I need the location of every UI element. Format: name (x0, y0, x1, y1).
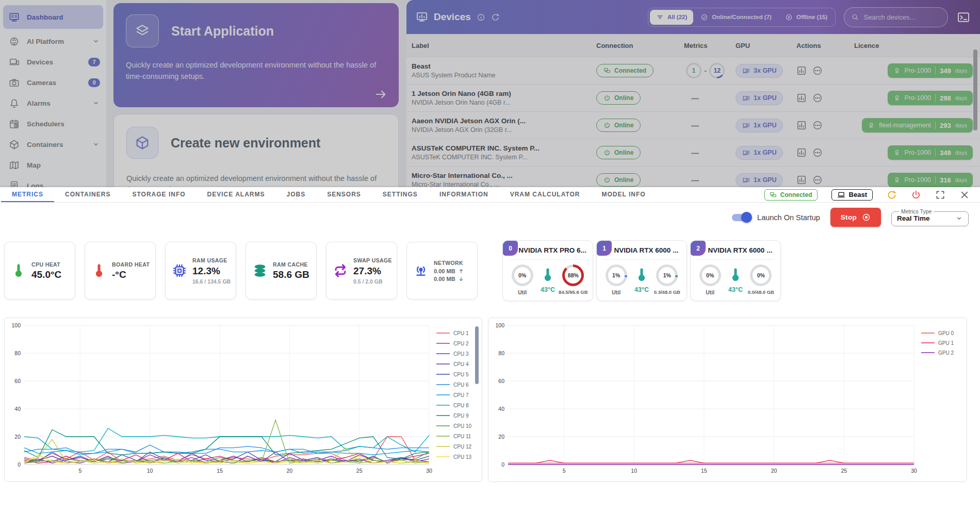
fullscreen-button[interactable] (935, 190, 945, 200)
tab-settings[interactable]: SETTINGS (372, 187, 429, 202)
gpu-index-badge: 0 (503, 241, 518, 256)
device-row[interactable]: BeastASUS System Product NameConnected1-… (406, 57, 980, 85)
sidebar-item-map[interactable]: Map (0, 155, 106, 175)
connection-cell: Online (596, 173, 684, 187)
device-metrics-button[interactable] (796, 147, 807, 158)
device-more-button[interactable] (812, 120, 823, 130)
device-filters: All (22)Online/Connected (7)Offline (15) (648, 8, 836, 27)
device-row[interactable]: ASUSTeK COMPUTER INC. System P...ASUSTeK… (406, 139, 980, 167)
svg-text:15: 15 (701, 468, 707, 474)
sidebar-item-schedulers[interactable]: Schedulers (0, 113, 106, 134)
sidebar-item-dashboard[interactable]: Dashboard (3, 5, 103, 29)
tab-information[interactable]: INFORMATION (429, 187, 499, 202)
arrowdown-icon (458, 276, 464, 282)
device-more-button[interactable] (812, 147, 823, 158)
refresh-icon[interactable] (491, 13, 500, 22)
network-upload: 0.00 MB (434, 268, 464, 274)
device-name-button[interactable]: Beast (831, 189, 873, 201)
gpu-gauge: 88% (562, 264, 584, 286)
gpu-icon (742, 94, 750, 102)
tab-model-info[interactable]: MODEL INFO (591, 187, 657, 202)
power-device-button[interactable] (911, 190, 921, 200)
device-more-button[interactable] (812, 65, 823, 76)
gpu-count-pill: 1x GPU (736, 119, 783, 132)
connection-status-text: Online (614, 149, 633, 156)
stop-button[interactable]: Stop (830, 208, 881, 227)
chevron-icon (92, 37, 100, 45)
tab-containers[interactable]: CONTAINERS (54, 187, 121, 202)
gpu-util: 0%Util (697, 264, 723, 295)
device-row[interactable]: 1 Jetson Orin Nano (4GB ram)NVIDIA Jetso… (406, 85, 980, 112)
sidebar-item-ai-platform[interactable]: AI Platform (0, 31, 106, 52)
device-table-header: LabelConnectionMetricsGPUActionsLicence (406, 34, 980, 57)
tab-metrics[interactable]: METRICS (1, 187, 54, 202)
search-input[interactable] (863, 13, 940, 22)
sidebar-item-alarms[interactable]: Alarms (0, 93, 106, 113)
licence-divider (935, 148, 936, 157)
filter-online-connected-7[interactable]: Online/Connected (7) (694, 10, 778, 25)
licence-days-suffix: days (955, 95, 967, 101)
launch-on-startup-toggle[interactable] (732, 214, 750, 221)
device-metrics-button[interactable] (796, 175, 807, 185)
device-metrics-button[interactable] (796, 120, 807, 130)
tab-sensors[interactable]: SENSORS (316, 187, 372, 202)
device-more-button[interactable] (812, 93, 823, 103)
svg-text:GPU 1: GPU 1 (938, 340, 954, 346)
power-icon (603, 122, 611, 129)
info-icon[interactable] (477, 13, 485, 22)
no-metrics-dash: — (686, 148, 699, 157)
no-metrics-dash: — (686, 121, 699, 130)
device-row[interactable]: Aaeon NVIDIA Jetson AGX Orin (...NVIDIA … (406, 112, 980, 139)
legend-scrollbar[interactable] (475, 326, 479, 384)
calendar-icon (9, 119, 20, 129)
xcircle-icon (785, 13, 793, 21)
tab-device-alarms[interactable]: DEVICE ALARMS (197, 187, 276, 202)
connection-status-pill: Online (596, 146, 641, 159)
connection-status-pill: Online (596, 119, 641, 132)
filter-all-22[interactable]: All (22) (650, 10, 693, 25)
sidebar-item-label: Alarms (27, 99, 51, 107)
power-icon (603, 94, 611, 102)
svg-text:5: 5 (563, 468, 566, 474)
device-label-cell: Aaeon NVIDIA Jetson AGX Orin (...NVIDIA … (412, 117, 596, 134)
metrics-cell: — (684, 176, 736, 185)
metrics-type-label: Metrics Type (899, 208, 934, 214)
device-subtitle: NVIDIA Jetson Orin Nano (4GB r... (412, 99, 596, 106)
svg-text:5: 5 (78, 468, 81, 474)
power-icon (603, 149, 611, 156)
tab-jobs[interactable]: JOBS (275, 187, 316, 202)
device-metrics-button[interactable] (796, 93, 807, 103)
sidebar-item-devices[interactable]: Devices7 (0, 52, 106, 72)
connected-screens-icon (770, 191, 777, 198)
actions-cell (796, 120, 854, 130)
device-more-button[interactable] (812, 175, 823, 185)
tab-vram-calculator[interactable]: VRAM CALCULATOR (499, 187, 591, 202)
gpu-usage-chart-panel: 02040608010051015202530GPU 0GPU 1GPU 2 (488, 318, 967, 482)
svg-text:25: 25 (356, 468, 363, 474)
filter-offline-15[interactable]: Offline (15) (779, 10, 834, 25)
start-application-card[interactable]: Start Application Quickly create an opti… (113, 3, 399, 107)
network-upload-value: 0.00 MB (434, 268, 455, 274)
tab-storage-info[interactable]: STORAGE INFO (121, 187, 196, 202)
gpu-cell: 1x GPU (736, 91, 796, 105)
licence-days-suffix: days (955, 150, 967, 156)
stat-card-title: NETWORK (434, 259, 464, 267)
metrics-cell: — (684, 148, 736, 157)
device-metrics-button[interactable] (796, 65, 807, 76)
terminal-button[interactable] (956, 11, 971, 24)
close-panel-button[interactable] (959, 190, 970, 200)
arrowup-icon (458, 268, 464, 274)
sidebar-item-label: Devices (27, 58, 53, 66)
metrics-type-select[interactable]: Metrics Type Real Time (891, 208, 969, 226)
stat-card-body: BOARD HEAT-°C (112, 261, 150, 280)
device-row[interactable]: Micro-Star International Co., ...Micro-S… (406, 167, 980, 187)
sidebar-item-containers[interactable]: Containers (0, 134, 106, 155)
gpu-gauge: 1% (606, 264, 627, 286)
devices-scrollbar[interactable] (973, 49, 977, 130)
restart-device-button[interactable] (887, 190, 897, 200)
gpu-memory: 88%84.5/95.6 GB (561, 264, 586, 295)
gpu-gauge: 0% (750, 264, 772, 286)
sidebar-item-cameras[interactable]: Cameras0 (0, 72, 106, 93)
metrics-tabs: METRICSCONTAINERSSTORAGE INFODEVICE ALAR… (1, 187, 657, 202)
medal-icon (893, 67, 901, 74)
